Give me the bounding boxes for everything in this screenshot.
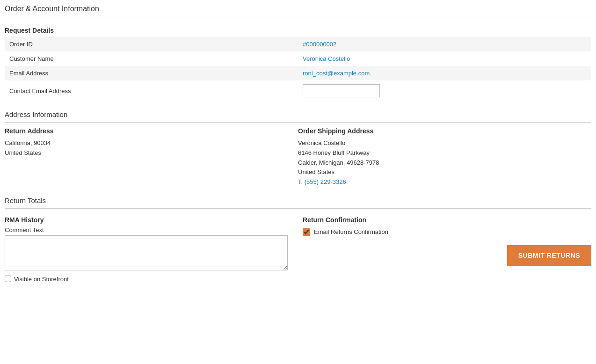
return-address-column: Return Address California, 90034 United …: [5, 127, 298, 187]
return-address-line1: California, 90034: [5, 138, 298, 148]
customer-name-link[interactable]: Veronica Costello: [303, 55, 350, 62]
order-id-link[interactable]: #000000002: [303, 41, 336, 48]
order-id-value: #000000002: [298, 37, 591, 51]
return-address-lines: California, 90034 United States: [5, 138, 298, 158]
email-address-label: Email Address: [5, 66, 298, 80]
request-details-section: Request Details Order ID #000000002 Cust…: [5, 27, 591, 101]
submit-returns-button[interactable]: Submit Returns: [507, 245, 591, 266]
address-information-section: Address Information Return Address Calif…: [5, 110, 591, 187]
rma-history-title: RMA History: [5, 216, 293, 224]
table-row: Order ID #000000002: [5, 37, 591, 51]
phone-label: T:: [298, 178, 303, 185]
shipping-phone: T: (555) 229-3326: [298, 177, 591, 187]
shipping-address-title: Order Shipping Address: [298, 127, 591, 135]
return-confirmation-section: Return Confirmation Email Returns Confir…: [293, 216, 591, 283]
address-columns: Return Address California, 90034 United …: [5, 127, 591, 187]
email-confirm-checkbox[interactable]: [303, 228, 310, 236]
table-row: Customer Name Veronica Costello: [5, 51, 591, 66]
contact-email-input[interactable]: [303, 84, 380, 97]
shipping-address-line1: Veronica Costello: [298, 138, 591, 148]
customer-name-label: Customer Name: [5, 51, 298, 66]
order-id-label: Order ID: [5, 37, 298, 51]
email-address-value: roni_cost@example.com: [298, 66, 591, 80]
customer-name-value: Veronica Costello: [298, 51, 591, 66]
contact-email-label: Contact Email Address: [5, 80, 298, 101]
shipping-address-column: Order Shipping Address Veronica Costello…: [298, 127, 591, 187]
shipping-address-lines: Veronica Costello 6146 Honey Bluff Parkw…: [298, 138, 591, 187]
email-confirm-label: Email Returns Confirmation: [314, 228, 388, 235]
return-address-line2: United States: [5, 148, 298, 158]
email-confirm-row: Email Returns Confirmation: [303, 228, 591, 236]
email-address-link[interactable]: roni_cost@example.com: [303, 70, 370, 77]
table-row: Contact Email Address: [5, 80, 591, 101]
page-title: Order & Account Information: [5, 5, 591, 17]
return-totals-section: Return Totals: [5, 197, 591, 209]
request-details-table: Order ID #000000002 Customer Name Veroni…: [5, 37, 591, 101]
shipping-address-line4: United States: [298, 167, 591, 177]
comment-textarea[interactable]: [5, 235, 288, 270]
visible-storefront-row: Visible on Storefront: [5, 276, 293, 283]
request-details-title: Request Details: [5, 27, 591, 34]
table-row: Email Address roni_cost@example.com: [5, 66, 591, 80]
shipping-address-line2: 6146 Honey Bluff Parkway: [298, 148, 591, 158]
visible-storefront-checkbox[interactable]: [5, 276, 11, 282]
visible-storefront-label: Visible on Storefront: [14, 276, 69, 283]
contact-email-value: [298, 80, 591, 101]
shipping-address-line3: Calder, Michigan, 49628-7978: [298, 158, 591, 168]
comment-text-label: Comment Text: [5, 226, 293, 233]
phone-link[interactable]: (555) 229-3326: [305, 178, 346, 185]
submit-area: Submit Returns: [303, 245, 591, 266]
rma-history-section: RMA History Comment Text Visible on Stor…: [5, 216, 293, 283]
address-information-title: Address Information: [5, 110, 591, 123]
bottom-section: RMA History Comment Text Visible on Stor…: [5, 216, 591, 283]
return-totals-title: Return Totals: [5, 197, 591, 209]
return-address-title: Return Address: [5, 127, 298, 135]
return-confirmation-title: Return Confirmation: [303, 216, 591, 224]
